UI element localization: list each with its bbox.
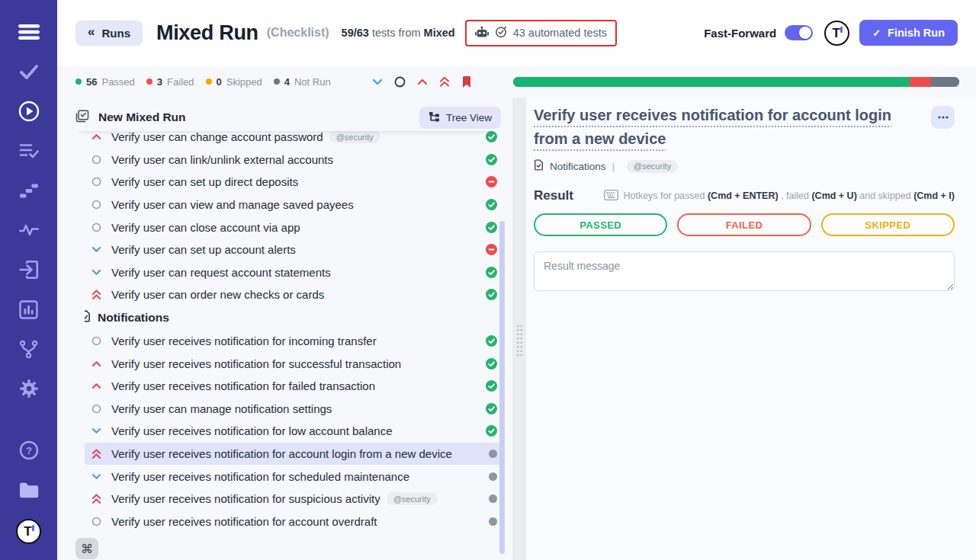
test-list: Verify user can change account password@…: [85, 131, 500, 560]
test-row[interactable]: Verify user can set up account alerts: [85, 238, 500, 261]
status-passed-icon: [486, 267, 497, 278]
result-message-input[interactable]: [534, 251, 955, 291]
run-name: New Mixed Run: [98, 110, 186, 124]
priority-high-icon: [91, 360, 101, 367]
help-icon[interactable]: ?: [0, 430, 57, 470]
passed-button[interactable]: PASSED: [534, 213, 667, 236]
section-label: Notifications: [98, 311, 169, 325]
top-bar: « Runs Mixed Run (Checklist) 59/63 tests…: [57, 0, 976, 66]
test-row-label: Verify user receives notification for lo…: [111, 424, 393, 437]
test-row[interactable]: Verify user can close account via app: [85, 216, 500, 238]
page-file-icon: [85, 310, 91, 325]
folder-icon[interactable]: [0, 470, 57, 510]
steps-icon[interactable]: [0, 171, 57, 210]
priority-none-icon: [91, 177, 101, 187]
automated-tests-badge[interactable]: 43 automated tests: [465, 20, 617, 46]
ellipsis-icon: [938, 116, 949, 119]
skipped-dot: [206, 78, 212, 85]
tag-badge: @security: [627, 160, 678, 173]
test-count: 59/63 tests from Mixed: [342, 27, 455, 39]
finish-run-button[interactable]: ✓ Finish Run: [859, 20, 958, 46]
priority-high-icon: [91, 133, 101, 140]
priority-highest-icon: [91, 449, 101, 459]
runs-back-button[interactable]: « Runs: [75, 21, 143, 46]
status-passed-icon: [486, 335, 497, 347]
test-row[interactable]: Verify user receives notification for sc…: [85, 465, 500, 488]
test-detail-panel: Verify user receives notification for ac…: [526, 98, 976, 560]
tree-icon: [429, 111, 440, 124]
test-row[interactable]: Verify user can link/unlink external acc…: [85, 149, 500, 171]
menu-icon[interactable]: [0, 12, 57, 52]
test-row[interactable]: Verify user can order new checks or card…: [85, 283, 500, 306]
test-row[interactable]: Verify user can change account password@…: [85, 131, 500, 149]
play-circle-icon[interactable]: [0, 91, 57, 131]
tree-view-button[interactable]: Tree View: [419, 107, 501, 129]
result-heading: Result: [534, 188, 573, 203]
progress-segment-failed: [910, 77, 931, 87]
bar-chart-icon[interactable]: [0, 290, 57, 329]
priority-low-icon: [91, 246, 101, 253]
check-icon[interactable]: [0, 52, 57, 91]
signin-icon[interactable]: [0, 250, 57, 290]
sidebar-logo[interactable]: T: [0, 510, 57, 552]
status-passed-icon: [486, 425, 497, 437]
test-row-label: Verify user can request account statemen…: [111, 266, 331, 279]
test-row-label: Verify user can order new checks or card…: [111, 288, 324, 301]
status-notrun-icon: [489, 450, 497, 458]
failed-button[interactable]: FAILED: [677, 213, 811, 236]
test-row-label: Verify user receives notification for su…: [111, 492, 380, 505]
test-row[interactable]: Verify user receives notification for in…: [85, 330, 500, 353]
test-row[interactable]: Verify user receives notification for ac…: [85, 443, 500, 466]
test-row[interactable]: Verify user receives notification for fa…: [85, 375, 500, 398]
status-passed-icon: [486, 380, 497, 392]
more-button[interactable]: [931, 106, 955, 129]
panel-resizer[interactable]: [512, 98, 526, 560]
fast-forward-toggle[interactable]: [785, 25, 813, 40]
tag-badge: @security: [387, 492, 438, 505]
test-row[interactable]: Verify user receives notification for lo…: [85, 420, 500, 443]
priority-none-icon: [91, 200, 101, 210]
breadcrumb-suite[interactable]: Notifications: [550, 161, 606, 172]
test-title[interactable]: Verify user receives notification for ac…: [534, 104, 921, 151]
test-row[interactable]: Verify user can view and manage saved pa…: [85, 194, 500, 216]
test-row-label: Verify user can set up direct deposits: [111, 175, 298, 188]
section-header[interactable]: Notifications: [85, 306, 500, 330]
command-shortcut-button[interactable]: ⌘: [75, 538, 98, 559]
runs-back-label: Runs: [101, 27, 130, 40]
status-passed-icon: [486, 154, 497, 165]
priority-none-icon: [91, 517, 101, 526]
content-area: New Mixed Run Tree View Verify user can …: [57, 98, 976, 560]
branch-icon[interactable]: [0, 329, 57, 369]
gear-icon[interactable]: [0, 369, 57, 408]
activity-icon[interactable]: [0, 210, 57, 250]
passed-dot: [75, 78, 82, 85]
skipped-button[interactable]: SKIPPED: [821, 213, 955, 236]
list-check-icon[interactable]: [0, 131, 57, 171]
hotkeys-text: Hotkeys for passed (Cmd + ENTER) , faile…: [623, 190, 955, 201]
status-notrun-icon: [489, 494, 497, 503]
chevron-up-icon[interactable]: [417, 78, 428, 85]
brand-logo-icon[interactable]: T: [824, 21, 849, 46]
test-row-label: Verify user receives notification for fa…: [111, 379, 375, 392]
app-root: ? T « Runs Mixed Run (Checklist) 59/63 t…: [0, 0, 976, 560]
result-buttons: PASSED FAILED SKIPPED: [534, 213, 955, 236]
tag-badge: @security: [329, 131, 380, 143]
test-row[interactable]: Verify user can manage notification sett…: [85, 398, 500, 421]
test-row-label: Verify user can set up account alerts: [111, 243, 296, 256]
list-scrollbar[interactable]: [499, 221, 505, 554]
bookmark-icon[interactable]: [461, 75, 472, 88]
status-passed-icon: [486, 358, 497, 370]
breadcrumb: Notifications | @security: [534, 159, 955, 173]
status-passed-icon: [486, 289, 497, 300]
circle-icon[interactable]: [394, 76, 406, 88]
test-row[interactable]: Verify user can request account statemen…: [85, 261, 500, 284]
test-row[interactable]: Verify user receives notification for su…: [85, 488, 500, 510]
double-chevron-up-icon[interactable]: [439, 76, 450, 88]
priority-none-icon: [91, 222, 101, 232]
chevron-down-icon[interactable]: [372, 78, 383, 85]
test-row-label: Verify user can change account password: [111, 131, 323, 143]
test-row[interactable]: Verify user receives notification for su…: [85, 352, 500, 375]
test-row[interactable]: Verify user receives notification for ac…: [85, 510, 500, 533]
status-legend: 56Passed 3Failed 0Skipped 4Not Run: [75, 76, 331, 88]
test-row[interactable]: Verify user can set up direct deposits: [85, 171, 500, 194]
